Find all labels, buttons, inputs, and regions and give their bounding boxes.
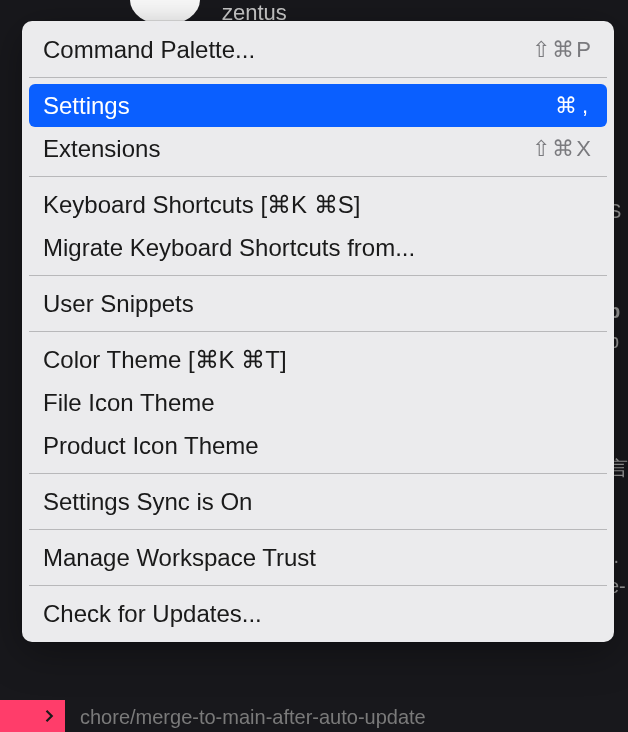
menu-item-label: Check for Updates... [43,600,262,628]
status-bar-branch[interactable]: chore/merge-to-main-after-auto-update [80,706,426,729]
menu-separator [29,331,607,332]
menu-item-settings-sync[interactable]: Settings Sync is On [29,480,607,523]
menu-separator [29,529,607,530]
menu-item-shortcut: ⌘ ,⌘, [555,93,593,119]
menu-item-check-updates[interactable]: Check for Updates... [29,592,607,635]
status-bar-remote[interactable] [0,700,65,732]
menu-item-shortcut: ⇧⌘X [532,136,593,162]
menu-item-file-icon-theme[interactable]: File Icon Theme [29,381,607,424]
menu-item-label: Manage Workspace Trust [43,544,316,572]
menu-item-migrate-shortcuts[interactable]: Migrate Keyboard Shortcuts from... [29,226,607,269]
menu-item-label: File Icon Theme [43,389,215,417]
menu-separator [29,176,607,177]
menu-separator [29,473,607,474]
menu-item-user-snippets[interactable]: User Snippets [29,282,607,325]
menu-item-settings[interactable]: Settings ⌘ ,⌘, [29,84,607,127]
menu-item-label: Settings Sync is On [43,488,252,516]
menu-item-command-palette[interactable]: Command Palette... ⇧⌘P [29,28,607,71]
menu-item-label: Product Icon Theme [43,432,259,460]
menu-item-label: Command Palette... [43,36,255,64]
menu-item-label: Keyboard Shortcuts [⌘K ⌘S] [43,191,360,219]
menu-item-shortcut: ⇧⌘P [532,37,593,63]
menu-item-label: Migrate Keyboard Shortcuts from... [43,234,415,262]
menu-item-product-icon-theme[interactable]: Product Icon Theme [29,424,607,467]
menu-item-label: Extensions [43,135,160,163]
menu-item-label: User Snippets [43,290,194,318]
menu-item-color-theme[interactable]: Color Theme [⌘K ⌘T] [29,338,607,381]
menu-item-label: Color Theme [⌘K ⌘T] [43,346,287,374]
menu-separator [29,585,607,586]
menu-item-label: Settings [43,92,130,120]
context-menu: Command Palette... ⇧⌘P Settings ⌘ ,⌘, Ex… [22,21,614,642]
menu-item-workspace-trust[interactable]: Manage Workspace Trust [29,536,607,579]
chevron-right-icon [43,709,57,723]
menu-separator [29,77,607,78]
menu-item-extensions[interactable]: Extensions ⇧⌘X [29,127,607,170]
menu-separator [29,275,607,276]
menu-item-keyboard-shortcuts[interactable]: Keyboard Shortcuts [⌘K ⌘S] [29,183,607,226]
